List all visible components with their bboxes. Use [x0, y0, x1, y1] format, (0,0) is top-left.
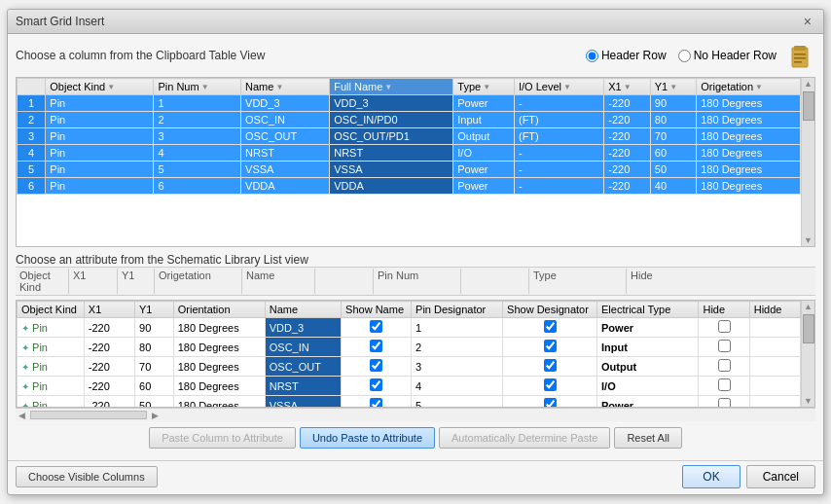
show-designator-checkbox[interactable]: [544, 359, 557, 372]
show-name-checkbox[interactable]: [370, 378, 382, 391]
bottom-table-scroll[interactable]: Object Kind X1 Y1 Orientation Name Show …: [17, 301, 801, 407]
bot-th-object-kind[interactable]: Object Kind: [18, 302, 85, 318]
col-header-type[interactable]: Type▼: [453, 79, 515, 95]
table-row[interactable]: 3 Pin 3 OSC_OUT OSC_OUT/PD1 Output (FT) …: [18, 128, 801, 145]
scroll-down-arrow[interactable]: ▼: [803, 234, 813, 246]
bot-th-orientation[interactable]: Orientation: [173, 302, 265, 318]
bot-th-electrical-type[interactable]: Electrical Type: [597, 302, 699, 318]
bot-th-x1[interactable]: X1: [84, 302, 134, 318]
bot-th-hidden[interactable]: Hidde: [749, 302, 800, 318]
choose-visible-columns-button[interactable]: Choose Visible Columns: [16, 466, 158, 487]
bot-th-pin-designator[interactable]: Pin Designator: [412, 302, 503, 318]
show-designator-checkbox[interactable]: [544, 378, 557, 391]
table-row[interactable]: 2 Pin 2 OSC_IN OSC_IN/PD0 Input (FT) -22…: [18, 112, 801, 128]
undo-paste-button[interactable]: Undo Paste to Attribute: [300, 427, 435, 449]
show-name-checkbox[interactable]: [370, 398, 382, 407]
show-designator-checkbox[interactable]: [544, 340, 557, 352]
table-row[interactable]: 5 Pin 5 VSSA VSSA Power - -220 50 180 De…: [18, 162, 801, 178]
no-header-row-radio-label[interactable]: No Header Row: [678, 49, 777, 62]
bot-cell-hidden[interactable]: [749, 357, 800, 377]
reset-all-button[interactable]: Reset All: [614, 427, 681, 449]
table-row[interactable]: ✦ Pin -220 70 180 Degrees OSC_OUT 3 Outp…: [18, 357, 801, 377]
cell-full-name: VDD_3: [330, 95, 453, 112]
bot-cell-hide[interactable]: [699, 318, 749, 338]
bot-cell-hide[interactable]: [699, 396, 749, 408]
table-row[interactable]: ✦ Pin -220 90 180 Degrees VDD_3 1 Power: [18, 318, 801, 338]
close-button[interactable]: ×: [800, 14, 815, 29]
top-table-scrollbar[interactable]: ▲ ▼: [801, 78, 814, 246]
ok-button[interactable]: OK: [682, 465, 740, 488]
show-name-checkbox[interactable]: [370, 340, 382, 352]
show-designator-checkbox[interactable]: [544, 320, 557, 333]
table-row[interactable]: 1 Pin 1 VDD_3 VDD_3 Power - -220 90 180 …: [18, 95, 801, 112]
hide-checkbox[interactable]: [718, 398, 731, 407]
bottom-h-scrollbar[interactable]: ◀ ▶: [16, 408, 815, 421]
bot-th-hide[interactable]: Hide: [699, 302, 749, 318]
cell-full-name: NRST: [330, 145, 453, 162]
bot-cell-pin-num: 4: [412, 377, 503, 396]
bot-th-show-designator[interactable]: Show Designator: [503, 302, 597, 318]
title-bar: Smart Grid Insert ×: [8, 10, 823, 34]
bot-cell-show-designator[interactable]: [503, 318, 597, 338]
bot-th-name[interactable]: Name: [265, 302, 341, 318]
h-scroll-right[interactable]: ▶: [149, 409, 162, 421]
hide-checkbox[interactable]: [718, 359, 731, 372]
scroll-thumb[interactable]: [803, 91, 814, 121]
col-header-pin-num[interactable]: Pin Num▼: [154, 79, 241, 95]
bot-cell-show-name[interactable]: [342, 377, 412, 396]
show-name-checkbox[interactable]: [370, 359, 382, 372]
col-header-orientation[interactable]: Origetation▼: [697, 79, 801, 95]
scroll-up-arrow[interactable]: ▲: [803, 78, 813, 90]
cell-orientation: 180 Degrees: [697, 95, 801, 112]
bot-cell-hide[interactable]: [699, 357, 749, 377]
bot-cell-show-designator[interactable]: [503, 396, 597, 408]
hide-checkbox[interactable]: [718, 340, 731, 352]
col-header-io-level[interactable]: I/O Level▼: [514, 79, 603, 95]
bot-cell-name: NRST: [265, 377, 341, 396]
bot-scroll-down[interactable]: ▼: [803, 395, 813, 407]
bot-scroll-thumb[interactable]: [803, 314, 814, 343]
table-row[interactable]: ✦ Pin -220 80 180 Degrees OSC_IN 2 Input: [18, 338, 801, 357]
header-row-radio-label[interactable]: Header Row: [586, 49, 667, 62]
h-scroll-thumb[interactable]: [30, 411, 147, 419]
table-row[interactable]: 6 Pin 6 VDDA VDDA Power - -220 40 180 De…: [18, 178, 801, 195]
col-header-y1[interactable]: Y1▼: [650, 79, 696, 95]
col-header-x1[interactable]: X1▼: [604, 79, 650, 95]
bot-cell-hidden[interactable]: [749, 318, 800, 338]
show-name-checkbox[interactable]: [370, 320, 382, 333]
table-row[interactable]: ✦ Pin -220 60 180 Degrees NRST 4 I/O: [18, 377, 801, 396]
cancel-button[interactable]: Cancel: [746, 465, 815, 488]
col-header-full-name[interactable]: Full Name▼: [330, 79, 453, 95]
table-row[interactable]: 4 Pin 4 NRST NRST I/O - -220 60 180 Degr…: [18, 145, 801, 162]
bot-cell-hidden[interactable]: [749, 338, 800, 357]
bot-cell-hidden[interactable]: [749, 396, 800, 408]
col-header-object-kind[interactable]: Object Kind▼: [46, 79, 154, 95]
bottom-table-scrollbar-v[interactable]: ▲ ▼: [801, 301, 814, 407]
bot-cell-show-name[interactable]: [342, 318, 412, 338]
col-header-name[interactable]: Name▼: [241, 79, 330, 95]
bot-th-show-name[interactable]: Show Name: [342, 302, 412, 318]
bot-cell-hidden[interactable]: [749, 377, 800, 396]
hide-checkbox[interactable]: [718, 320, 731, 333]
bot-cell-show-name[interactable]: [342, 357, 412, 377]
bot-cell-hide[interactable]: [699, 338, 749, 357]
header-row-radio[interactable]: [586, 50, 598, 62]
bot-cell-hide[interactable]: [699, 377, 749, 396]
bot-cell-show-name[interactable]: [342, 338, 412, 357]
top-table-scroll[interactable]: Object Kind▼ Pin Num▼ Name▼ Full Name▼: [17, 78, 801, 246]
auto-determine-button[interactable]: Automatically Determine Paste: [439, 427, 610, 449]
bot-cell-show-designator[interactable]: [503, 377, 597, 396]
bot-cell-show-designator[interactable]: [503, 357, 597, 377]
no-header-row-radio[interactable]: [678, 50, 691, 62]
cell-orientation: 180 Degrees: [697, 178, 801, 195]
bot-th-y1[interactable]: Y1: [135, 302, 174, 318]
table-row[interactable]: ✦ Pin -220 50 180 Degrees VSSA 5 Power: [18, 396, 801, 408]
hide-checkbox[interactable]: [718, 378, 731, 391]
bot-cell-show-designator[interactable]: [503, 338, 597, 357]
paste-column-button[interactable]: Paste Column to Attribute: [149, 427, 296, 449]
bot-scroll-up[interactable]: ▲: [803, 301, 813, 312]
show-designator-checkbox[interactable]: [544, 398, 557, 407]
h-scroll-left[interactable]: ◀: [16, 409, 28, 421]
bot-cell-electrical-type: Power: [597, 396, 699, 408]
bot-cell-show-name[interactable]: [342, 396, 412, 408]
